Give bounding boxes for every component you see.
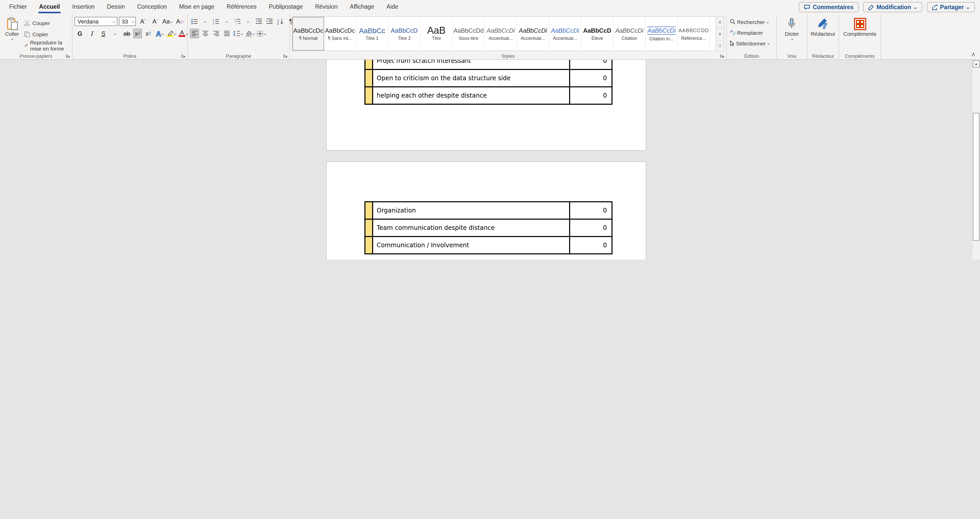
table-row[interactable]: Team communication despite distance 0 [366, 219, 611, 236]
idea-text-cell[interactable]: Organization [373, 202, 569, 219]
multilevel-list-button[interactable]: 1ai [233, 16, 242, 26]
style-item[interactable]: AaB Titre [421, 17, 453, 51]
format-painter-button[interactable]: Reproduire la mise en forme [23, 40, 70, 50]
clear-formatting-button[interactable]: A◇ [175, 16, 185, 26]
like-count-cell[interactable]: 0 [569, 87, 611, 104]
underline-options-chevron[interactable]: ⌄ [110, 29, 121, 38]
style-item[interactable]: AaBbCcDd Sous-titre [453, 17, 485, 51]
superscript-button[interactable]: x2 [143, 29, 154, 38]
document-page-1[interactable]: Projet from scratch intéressant 0 Open t… [326, 60, 646, 151]
style-item[interactable]: AaBbCcDc ¶ Normal [293, 17, 324, 51]
subscript-button[interactable]: x2 [133, 29, 142, 38]
table-row[interactable]: Organization 0 [366, 202, 611, 219]
underline-button[interactable]: S [98, 29, 109, 38]
ribbon-tab[interactable]: Fichier [3, 0, 33, 14]
justify-button[interactable] [222, 29, 231, 38]
styles-more-button[interactable]: ⍗ [716, 40, 724, 51]
line-spacing-button[interactable]: ⌄ [233, 29, 243, 38]
ribbon-tab[interactable]: Révision [309, 0, 344, 14]
idea-text-cell[interactable]: Open to criticism on the data structure … [373, 70, 569, 86]
addins-button[interactable]: Compléments [840, 16, 880, 52]
increase-indent-button[interactable] [265, 16, 274, 26]
cut-button[interactable]: Couper [23, 18, 70, 27]
bullet-list-button[interactable] [190, 16, 199, 26]
idea-text-cell[interactable]: helping each other despite distance [373, 87, 569, 104]
select-button[interactable]: Sélectionner⌄ [729, 39, 774, 48]
like-count-cell[interactable]: 0 [569, 237, 611, 253]
multilevel-list-chevron[interactable]: ⌄ [243, 16, 253, 26]
styles-scroll-down[interactable]: ᐯ [716, 29, 724, 40]
scrollbar-thumb[interactable] [973, 113, 980, 241]
vertical-scrollbar[interactable]: ▲ ▼ [972, 60, 980, 260]
ribbon-tab[interactable]: Références [221, 0, 263, 14]
collapse-ribbon-button[interactable]: ᐱ [972, 52, 975, 57]
like-count-cell[interactable]: 0 [569, 220, 611, 236]
ribbon-tab[interactable]: Aide [380, 0, 404, 14]
style-item[interactable]: AaBbCc Titre 1 [356, 17, 388, 51]
ribbon-tab[interactable]: Publipostage [263, 0, 309, 14]
ribbon-tab[interactable]: Accueil [33, 0, 66, 14]
ribbon-tab[interactable]: Insertion [66, 0, 101, 14]
ribbon-tab[interactable]: Affichage [344, 0, 380, 14]
styles-scroll-up[interactable]: ᐱ [716, 17, 724, 29]
style-item[interactable]: AaBbCcDc ¶ Sans int... [324, 17, 356, 51]
paste-button[interactable]: Coller ⌄ [2, 16, 22, 52]
document-page-2[interactable]: Organization 0 Team communication despit… [326, 161, 646, 260]
like-count-cell[interactable]: 0 [569, 202, 611, 219]
highlight-button[interactable]: ⌄ [166, 29, 177, 38]
share-button[interactable]: Partager ⌄ [927, 2, 975, 12]
table-row[interactable]: Projet from scratch intéressant 0 [366, 60, 611, 69]
paragraph-dialog-launcher[interactable] [283, 54, 288, 58]
grow-font-button[interactable]: Aˆ [138, 16, 148, 26]
align-left-button[interactable] [190, 29, 199, 38]
bullet-list-chevron[interactable]: ⌄ [200, 16, 210, 26]
shading-button[interactable]: ⌄ [245, 29, 255, 38]
ribbon-tab[interactable]: Dessin [101, 0, 131, 14]
style-item[interactable]: AaBbCcDi Accentuat... [549, 17, 581, 51]
text-effects-button[interactable]: A⌄ [155, 29, 165, 38]
find-button[interactable]: Rechercher⌄ [729, 18, 774, 26]
font-dialog-launcher[interactable] [181, 54, 186, 58]
align-center-button[interactable] [200, 29, 210, 38]
font-color-button[interactable]: A ⌄ [178, 29, 189, 38]
strikethrough-button[interactable]: ab [121, 29, 132, 38]
idea-text-cell[interactable]: Communication / Involvement [373, 237, 569, 253]
ribbon-tab[interactable]: Conception [131, 0, 173, 14]
like-count-cell[interactable]: 0 [569, 70, 611, 86]
numbered-list-button[interactable]: 123 [211, 16, 221, 26]
ribbon-tab[interactable]: Mise en page [173, 0, 221, 14]
style-item[interactable]: AaBbCcDi Citation in... [646, 17, 678, 51]
table-row[interactable]: helping each other despite distance 0 [366, 86, 611, 104]
styles-dialog-launcher[interactable] [720, 54, 725, 58]
decrease-indent-button[interactable] [254, 16, 263, 26]
style-item[interactable]: AABBCCDD Référence... [678, 17, 710, 51]
replace-button[interactable]: bc Remplacer [729, 28, 774, 37]
shrink-font-button[interactable]: Aˇ [150, 16, 161, 26]
font-size-select[interactable]: 33⌄ [119, 17, 136, 26]
style-item[interactable]: AaBbCcD Titre 2 [388, 17, 421, 51]
comments-button[interactable]: Commentaires [799, 2, 859, 12]
style-item[interactable]: AaBbCcDi Citation [614, 17, 646, 51]
like-count-cell[interactable]: 0 [569, 60, 611, 69]
copy-button[interactable]: Copier [23, 29, 70, 39]
style-item[interactable]: AaBbCcDi Accentuat... [485, 17, 517, 51]
editing-mode-button[interactable]: Modification ⌄ [863, 2, 922, 12]
change-case-button[interactable]: Aa⌄ [162, 16, 173, 26]
sort-button[interactable]: AZ [275, 16, 285, 26]
style-item[interactable]: AaBbCcD Élevé [581, 17, 614, 51]
dictate-button[interactable]: Dicter ⌄ [782, 16, 802, 52]
borders-button[interactable]: ⌄ [257, 29, 266, 38]
align-right-button[interactable] [211, 29, 221, 38]
numbered-list-chevron[interactable]: ⌄ [222, 16, 231, 26]
bold-button[interactable]: G [75, 29, 85, 38]
idea-text-cell[interactable]: Team communication despite distance [373, 220, 569, 236]
document-canvas[interactable]: Projet from scratch intéressant 0 Open t… [0, 60, 980, 260]
italic-button[interactable]: I [86, 29, 97, 38]
scroll-up-button[interactable]: ▲ [973, 60, 980, 67]
idea-text-cell[interactable]: Projet from scratch intéressant [373, 60, 569, 69]
style-item[interactable]: AaBbCcDi Accentuat... [517, 17, 549, 51]
table-row[interactable]: Open to criticism on the data structure … [366, 69, 611, 86]
table-row[interactable]: Communication / Involvement 0 [366, 236, 611, 253]
clipboard-dialog-launcher[interactable] [66, 54, 70, 58]
editor-button[interactable]: Rédacteur [808, 16, 838, 52]
